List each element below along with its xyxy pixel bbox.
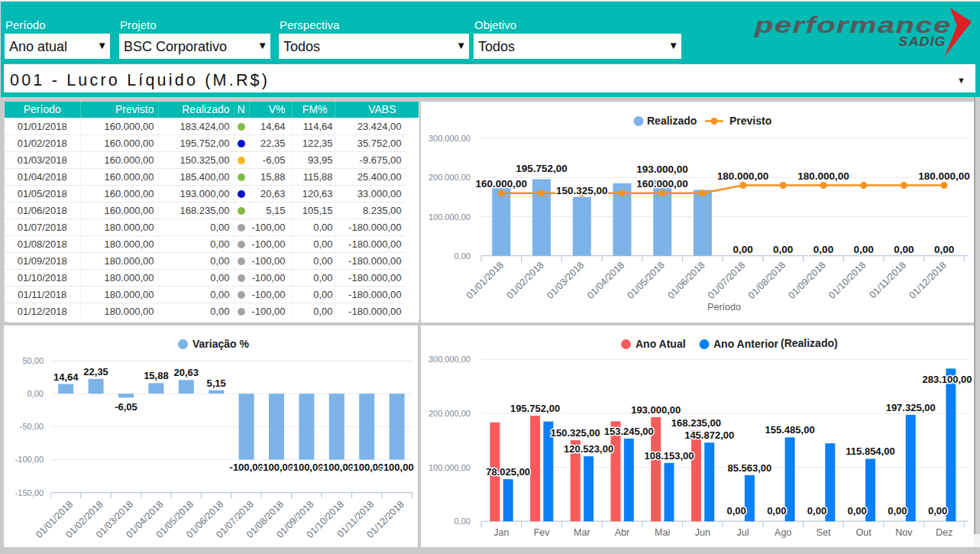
svg-text:5,15: 5,15	[207, 377, 226, 389]
svg-text:115.854,00: 115.854,00	[846, 445, 894, 457]
svg-text:Jul: Jul	[737, 527, 749, 538]
svg-text:01/11/2018: 01/11/2018	[868, 260, 909, 301]
svg-text:300.000,00: 300.000,00	[429, 134, 471, 143]
svg-text:180.000,00: 180.000,00	[717, 170, 769, 182]
svg-text:300.000,00: 300.000,00	[429, 355, 471, 364]
svg-text:Fev: Fev	[534, 527, 551, 538]
svg-text:01/09/2018: 01/09/2018	[786, 260, 827, 301]
svg-text:283.100,00: 283.100,00	[922, 374, 972, 385]
svg-text:168.235,00: 168.235,00	[671, 417, 721, 429]
svg-text:0,00: 0,00	[848, 505, 867, 517]
svg-text:Dez: Dez	[936, 527, 953, 538]
svg-text:0,00: 0,00	[733, 244, 752, 255]
svg-text:Jun: Jun	[695, 527, 710, 538]
svg-text:Out: Out	[856, 527, 872, 538]
svg-text:0,00: 0,00	[854, 244, 874, 255]
svg-text:195.752,00: 195.752,00	[516, 163, 568, 174]
svg-text:0,00: 0,00	[454, 517, 471, 526]
svg-text:160.000,00: 160.000,00	[636, 178, 688, 190]
svg-text:-150,00: -150,00	[15, 488, 44, 497]
svg-text:Período: Período	[707, 302, 741, 313]
svg-text:0,00: 0,00	[928, 505, 947, 517]
svg-text:Previsto: Previsto	[729, 115, 771, 127]
svg-text:78.025,00: 78.025,00	[486, 466, 530, 478]
svg-text:153.245,00: 153.245,00	[604, 426, 654, 437]
svg-text:Variação %: Variação %	[192, 338, 249, 350]
svg-text:0,00: 0,00	[27, 389, 44, 398]
svg-text:Mar: Mar	[574, 527, 590, 538]
svg-text:14,64: 14,64	[53, 371, 79, 383]
svg-text:-100,00: -100,00	[260, 462, 293, 473]
svg-text:01/01/2018: 01/01/2018	[464, 260, 506, 301]
svg-text:0,00: 0,00	[813, 244, 833, 255]
svg-text:155.485,00: 155.485,00	[765, 424, 815, 436]
svg-text:Set: Set	[817, 527, 831, 538]
svg-text:-100,00: -100,00	[350, 462, 383, 473]
svg-text:Nov: Nov	[895, 527, 913, 538]
svg-text:120.523,00: 120.523,00	[564, 443, 613, 455]
svg-text:195.752,00: 195.752,00	[510, 403, 560, 414]
svg-text:01/05/2018: 01/05/2018	[626, 260, 667, 301]
svg-text:-100,00: -100,00	[380, 462, 414, 473]
svg-text:200.000,00: 200.000,00	[429, 173, 471, 182]
svg-text:150.325,00: 150.325,00	[556, 185, 608, 196]
svg-text:200.000,00: 200.000,00	[429, 409, 471, 418]
svg-text:Ago: Ago	[775, 527, 791, 538]
svg-text:50,00: 50,00	[22, 356, 44, 365]
svg-text:0,00: 0,00	[726, 505, 746, 517]
svg-text:01/02/2018: 01/02/2018	[505, 260, 546, 301]
svg-text:160.000,00: 160.000,00	[476, 178, 528, 190]
svg-text:193.000,00: 193.000,00	[636, 164, 688, 175]
svg-text:-100,00: -100,00	[230, 462, 264, 473]
svg-text:01/12/2018: 01/12/2018	[907, 260, 949, 301]
svg-text:108.153,00: 108.153,00	[644, 450, 694, 462]
svg-text:193.000,00: 193.000,00	[631, 404, 681, 416]
svg-text:-100,00: -100,00	[289, 462, 323, 473]
svg-text:Mai: Mai	[655, 527, 670, 538]
svg-text:0,00: 0,00	[888, 505, 907, 517]
svg-text:Ano Anterior: Ano Anterior	[713, 338, 779, 350]
svg-text:-50,00: -50,00	[20, 422, 44, 431]
svg-text:0,00: 0,00	[767, 505, 786, 517]
svg-text:01/03/2018: 01/03/2018	[545, 260, 586, 301]
svg-text:0,00: 0,00	[807, 505, 826, 517]
svg-text:Ano Atual: Ano Atual	[636, 338, 686, 350]
svg-text:-100,00: -100,00	[320, 462, 354, 473]
svg-text:-6,05: -6,05	[115, 401, 137, 413]
svg-text:0,00: 0,00	[454, 251, 471, 261]
svg-text:20,63: 20,63	[174, 367, 199, 378]
svg-text:0,00: 0,00	[934, 244, 954, 255]
svg-text:150.325,00: 150.325,00	[551, 427, 600, 439]
svg-text:01/07/2018: 01/07/2018	[706, 260, 747, 301]
svg-text:01/06/2018: 01/06/2018	[665, 260, 707, 301]
svg-text:85.563,00: 85.563,00	[727, 462, 771, 474]
svg-text:22,35: 22,35	[83, 366, 108, 377]
svg-text:180.000,00: 180.000,00	[918, 170, 970, 182]
svg-text:180.000,00: 180.000,00	[797, 170, 849, 182]
svg-text:15,88: 15,88	[144, 370, 169, 381]
svg-text:100.000,00: 100.000,00	[429, 212, 471, 222]
svg-text:Abr: Abr	[615, 527, 629, 538]
svg-text:-100,00: -100,00	[15, 455, 44, 464]
svg-text:01/10/2018: 01/10/2018	[826, 260, 868, 301]
svg-text:145.872,00: 145.872,00	[684, 429, 734, 441]
svg-text:Realizado: Realizado	[647, 115, 697, 127]
svg-text:01/04/2018: 01/04/2018	[585, 260, 626, 301]
svg-text:197.325,00: 197.325,00	[886, 402, 936, 413]
svg-text:0,00: 0,00	[894, 244, 914, 255]
svg-text:100.000,00: 100.000,00	[429, 463, 471, 472]
svg-text:Jan: Jan	[493, 527, 509, 538]
svg-text:(Realizado): (Realizado)	[781, 337, 838, 349]
svg-text:01/08/2018: 01/08/2018	[746, 260, 788, 301]
svg-text:0,00: 0,00	[773, 244, 793, 255]
